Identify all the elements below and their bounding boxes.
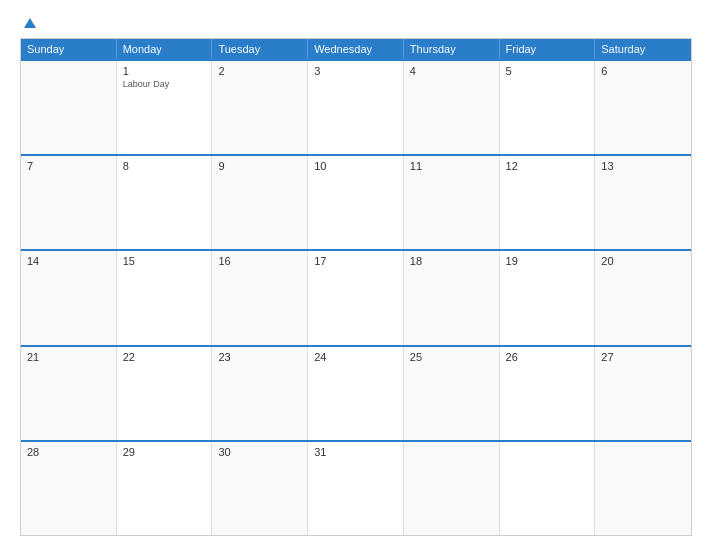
day-number: 19 <box>506 255 589 267</box>
day-number: 15 <box>123 255 206 267</box>
calendar-body: 1Labour Day23456789101112131415161718192… <box>21 59 691 535</box>
cal-cell: 26 <box>500 347 596 440</box>
cal-cell: 10 <box>308 156 404 249</box>
day-header-saturday: Saturday <box>595 39 691 59</box>
day-header-friday: Friday <box>500 39 596 59</box>
day-number: 27 <box>601 351 685 363</box>
day-number: 2 <box>218 65 301 77</box>
cal-cell: 23 <box>212 347 308 440</box>
cal-cell: 22 <box>117 347 213 440</box>
cal-cell: 18 <box>404 251 500 344</box>
day-number: 14 <box>27 255 110 267</box>
cal-cell: 5 <box>500 61 596 154</box>
week-row-1: 1Labour Day23456 <box>21 59 691 154</box>
day-number: 17 <box>314 255 397 267</box>
day-number: 16 <box>218 255 301 267</box>
day-number: 13 <box>601 160 685 172</box>
cal-cell: 12 <box>500 156 596 249</box>
day-number: 1 <box>123 65 206 77</box>
cal-cell: 19 <box>500 251 596 344</box>
cal-cell: 20 <box>595 251 691 344</box>
day-number: 5 <box>506 65 589 77</box>
calendar-grid: SundayMondayTuesdayWednesdayThursdayFrid… <box>20 38 692 536</box>
header <box>20 18 692 28</box>
cal-cell <box>595 442 691 535</box>
cal-cell <box>21 61 117 154</box>
cal-cell: 28 <box>21 442 117 535</box>
week-row-4: 21222324252627 <box>21 345 691 440</box>
cal-cell: 4 <box>404 61 500 154</box>
day-number: 9 <box>218 160 301 172</box>
cal-cell: 16 <box>212 251 308 344</box>
cal-cell: 21 <box>21 347 117 440</box>
day-number: 24 <box>314 351 397 363</box>
day-number: 8 <box>123 160 206 172</box>
cal-cell: 9 <box>212 156 308 249</box>
day-number: 29 <box>123 446 206 458</box>
cal-cell <box>404 442 500 535</box>
logo-blue-text <box>20 18 36 28</box>
day-number: 23 <box>218 351 301 363</box>
day-number: 28 <box>27 446 110 458</box>
logo-triangle-icon <box>24 18 36 28</box>
cal-cell: 15 <box>117 251 213 344</box>
cal-cell: 27 <box>595 347 691 440</box>
cal-cell: 17 <box>308 251 404 344</box>
day-number: 20 <box>601 255 685 267</box>
day-header-monday: Monday <box>117 39 213 59</box>
week-row-2: 78910111213 <box>21 154 691 249</box>
cal-cell: 13 <box>595 156 691 249</box>
holiday-label: Labour Day <box>123 79 206 89</box>
day-number: 21 <box>27 351 110 363</box>
logo <box>20 18 36 28</box>
cal-cell: 2 <box>212 61 308 154</box>
day-number: 10 <box>314 160 397 172</box>
cal-cell: 6 <box>595 61 691 154</box>
day-number: 11 <box>410 160 493 172</box>
cal-cell: 3 <box>308 61 404 154</box>
cal-cell: 24 <box>308 347 404 440</box>
cal-cell: 7 <box>21 156 117 249</box>
cal-cell <box>500 442 596 535</box>
week-row-3: 14151617181920 <box>21 249 691 344</box>
day-number: 18 <box>410 255 493 267</box>
cal-cell: 30 <box>212 442 308 535</box>
day-number: 3 <box>314 65 397 77</box>
days-header-row: SundayMondayTuesdayWednesdayThursdayFrid… <box>21 39 691 59</box>
day-number: 31 <box>314 446 397 458</box>
day-header-sunday: Sunday <box>21 39 117 59</box>
calendar-page: SundayMondayTuesdayWednesdayThursdayFrid… <box>0 0 712 550</box>
cal-cell: 11 <box>404 156 500 249</box>
cal-cell: 25 <box>404 347 500 440</box>
day-number: 30 <box>218 446 301 458</box>
day-header-wednesday: Wednesday <box>308 39 404 59</box>
day-header-tuesday: Tuesday <box>212 39 308 59</box>
day-number: 25 <box>410 351 493 363</box>
day-header-thursday: Thursday <box>404 39 500 59</box>
week-row-5: 28293031 <box>21 440 691 535</box>
cal-cell: 14 <box>21 251 117 344</box>
day-number: 6 <box>601 65 685 77</box>
day-number: 4 <box>410 65 493 77</box>
cal-cell: 31 <box>308 442 404 535</box>
day-number: 12 <box>506 160 589 172</box>
cal-cell: 29 <box>117 442 213 535</box>
day-number: 7 <box>27 160 110 172</box>
cal-cell: 1Labour Day <box>117 61 213 154</box>
day-number: 26 <box>506 351 589 363</box>
cal-cell: 8 <box>117 156 213 249</box>
day-number: 22 <box>123 351 206 363</box>
